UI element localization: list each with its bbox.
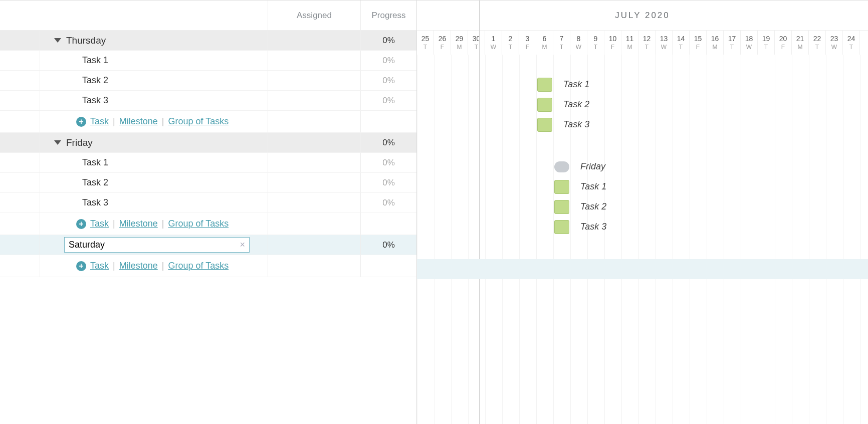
date-column: 22T — [809, 31, 826, 55]
task-name[interactable]: Task 2 — [40, 75, 108, 86]
add-task-link[interactable]: Task — [90, 116, 109, 127]
date-column: 15F — [690, 31, 707, 55]
gantt-label: Task 2 — [580, 201, 606, 212]
date-column: 16M — [707, 31, 724, 55]
gantt-label: Friday — [580, 161, 605, 172]
add-milestone-link[interactable]: Milestone — [119, 261, 158, 271]
add-links: + Task | Milestone | Group of Tasks — [76, 116, 229, 127]
date-column: 10F — [604, 31, 621, 55]
date-column: 20F — [775, 31, 792, 55]
date-column: 2T — [502, 31, 519, 55]
date-column: 24T — [843, 31, 860, 55]
gantt-bar[interactable] — [537, 78, 552, 92]
add-group-link[interactable]: Group of Tasks — [168, 219, 229, 229]
chevron-down-icon[interactable] — [54, 140, 61, 145]
task-progress: 0% — [361, 91, 416, 110]
plus-icon[interactable]: + — [76, 219, 86, 229]
plus-icon[interactable]: + — [76, 117, 86, 127]
gantt-panel[interactable]: JULY 2020 25T26F29M30T1W2T3F6M7T8W9T10F1… — [417, 1, 868, 424]
add-group-link[interactable]: Group of Tasks — [168, 116, 229, 127]
task-name[interactable]: Task 3 — [40, 197, 108, 208]
task-progress: 0% — [361, 51, 416, 70]
gantt-label: Task 3 — [580, 222, 606, 232]
group-progress: 0% — [361, 235, 416, 255]
task-progress: 0% — [361, 173, 416, 192]
gantt-label: Task 1 — [563, 79, 589, 90]
task-name[interactable]: Task 1 — [40, 55, 108, 66]
group-name[interactable]: Friday — [40, 137, 93, 148]
date-column: 21M — [792, 31, 809, 55]
date-column: 26F — [434, 31, 451, 55]
date-column: 6M — [536, 31, 553, 55]
date-column: 7T — [553, 31, 570, 55]
date-column: 23W — [826, 31, 843, 55]
add-milestone-link[interactable]: Milestone — [119, 219, 158, 229]
add-task-link[interactable]: Task — [90, 219, 109, 229]
add-group-link[interactable]: Group of Tasks — [168, 261, 229, 271]
task-name[interactable]: Task 3 — [40, 95, 108, 106]
timeline-dates: 25T26F29M30T1W2T3F6M7T8W9T10F11M12T13W14… — [417, 31, 868, 55]
group-progress: 0% — [361, 31, 416, 50]
date-column: 11M — [621, 31, 638, 55]
date-column: 1W — [485, 31, 502, 55]
gantt-label: Task 1 — [580, 181, 606, 192]
date-column: 30T — [468, 31, 485, 55]
date-column: 14T — [673, 31, 690, 55]
date-column: 17T — [724, 31, 741, 55]
gantt-bar[interactable] — [537, 118, 552, 132]
date-column: 18W — [741, 31, 758, 55]
task-progress: 0% — [361, 71, 416, 90]
task-progress: 0% — [361, 193, 416, 213]
date-column: 19T — [758, 31, 775, 55]
task-list-panel: Assigned Progress Thursday0%Task 10%Task… — [0, 1, 417, 424]
plus-icon[interactable]: + — [76, 261, 86, 271]
timeline-month: JULY 2020 — [417, 1, 868, 31]
task-name[interactable]: Task 2 — [40, 177, 108, 188]
new-group-input-box[interactable]: × — [64, 237, 250, 253]
group-name[interactable]: Thursday — [40, 35, 106, 46]
date-column: 13W — [656, 31, 673, 55]
date-column: 12T — [638, 31, 656, 55]
gantt-bar[interactable] — [554, 200, 569, 214]
date-column: 29M — [451, 31, 468, 55]
add-milestone-link[interactable]: Milestone — [119, 116, 158, 127]
gantt-bar[interactable] — [537, 98, 552, 112]
task-progress: 0% — [361, 153, 416, 172]
date-column: 25T — [417, 31, 434, 55]
add-links: + Task | Milestone | Group of Tasks — [76, 261, 229, 271]
date-column: 3F — [519, 31, 536, 55]
add-task-link[interactable]: Task — [90, 261, 109, 271]
gantt-bar[interactable] — [554, 220, 569, 234]
date-column: 9T — [587, 31, 604, 55]
column-assigned[interactable]: Assigned — [268, 1, 361, 30]
date-column: 8W — [570, 31, 587, 55]
gantt-label: Task 2 — [563, 99, 589, 110]
clear-input-icon[interactable]: × — [240, 240, 245, 250]
add-links: + Task | Milestone | Group of Tasks — [76, 219, 229, 229]
task-name[interactable]: Task 1 — [40, 157, 108, 168]
group-progress: 0% — [361, 133, 416, 152]
gantt-label: Task 3 — [563, 119, 589, 130]
column-progress[interactable]: Progress — [361, 1, 416, 30]
gantt-bar[interactable] — [554, 180, 569, 194]
chevron-down-icon[interactable] — [54, 38, 61, 43]
gantt-milestone[interactable] — [554, 161, 569, 172]
new-group-input[interactable] — [69, 240, 229, 250]
column-headers: Assigned Progress — [0, 1, 416, 31]
